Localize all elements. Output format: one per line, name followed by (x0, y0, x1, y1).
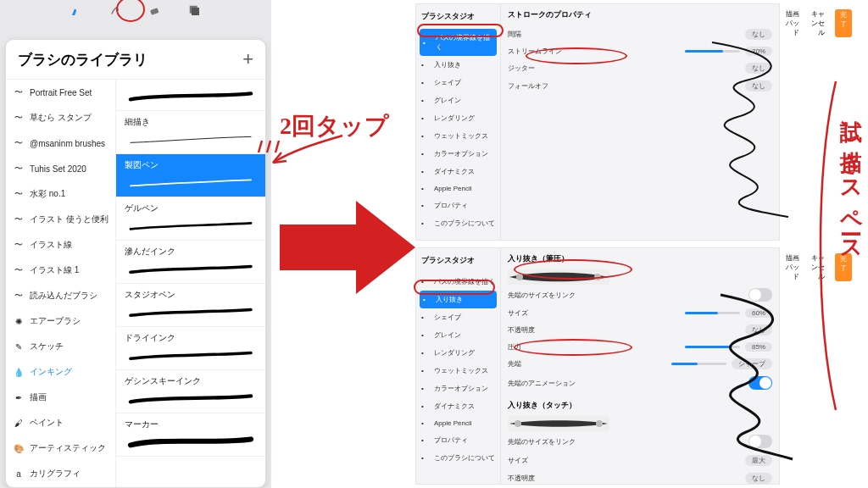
studio-nav-item[interactable]: •シェイプ (416, 74, 500, 92)
studio-nav-item[interactable]: •ダイナミクス (416, 163, 500, 180)
done-button[interactable]: 完了 (835, 9, 852, 37)
brush-item[interactable]: マーカー (116, 413, 265, 457)
eraser-tool-icon[interactable] (147, 3, 163, 21)
property-label: 先端のサイズをリンク (508, 437, 576, 446)
brush-item[interactable]: 製図ペン (116, 154, 265, 197)
studio-nav-item[interactable]: •Apple Pencil (416, 415, 500, 431)
brush-item[interactable] (116, 80, 265, 111)
library-title: ブラシのライブラリ (18, 50, 147, 69)
svg-rect-2 (192, 8, 199, 15)
category-list[interactable]: 〜Portrait Free Set〜草むら スタンプ〜@msaninm bru… (6, 80, 116, 487)
palette-icon: 🎨 (13, 444, 25, 453)
category-item[interactable]: ✎スケッチ (6, 334, 115, 359)
property-row: 不透明度なし (508, 469, 772, 487)
studio-nav-item[interactable]: •プロパティ (416, 197, 500, 214)
category-item[interactable]: 〜イラスト線 1 (6, 258, 115, 283)
nav-label: カラーオプション (434, 384, 488, 393)
nav-label: カラーオプション (434, 149, 488, 158)
test-stroke-top (695, 34, 814, 220)
property-label: サイズ (508, 456, 528, 465)
category-label: イラスト 使うと便利 (30, 214, 108, 225)
category-item[interactable]: aカリグラフィ (6, 461, 115, 486)
brush-item[interactable]: 細描き (116, 111, 265, 154)
category-item[interactable]: 〜Tuhis Set 2020 (6, 156, 115, 181)
about-icon: • (421, 454, 430, 462)
layers-icon[interactable] (186, 3, 202, 21)
brush-item[interactable]: 滲んだインク (116, 241, 265, 284)
studio-nav-item[interactable]: •カラーオプション (416, 380, 500, 397)
color-icon: • (421, 150, 430, 158)
studio-nav-item[interactable]: •グレイン (416, 92, 500, 109)
category-label: スケッチ (30, 341, 64, 352)
property-label: 先端のサイズをリンク (508, 291, 576, 300)
category-item[interactable]: 〜読み込んだブラシ (6, 283, 115, 308)
nav-label: ウェットミックス (434, 131, 488, 141)
grain-icon: • (421, 97, 430, 104)
category-item[interactable]: 🖌ペイント (6, 410, 115, 435)
brush-item[interactable]: ゲシンスキーインク (116, 370, 265, 413)
property-label: 不透明度 (508, 474, 535, 483)
category-item[interactable]: 〜Portrait Free Set (6, 80, 115, 105)
category-item[interactable]: 〜@msaninm brushes (6, 130, 115, 156)
property-label: 先端 (508, 359, 521, 369)
category-item[interactable]: 🎨アーティスティック (6, 435, 115, 461)
about-icon: • (421, 219, 430, 227)
studio-nav-item[interactable]: •ダイナミクス (416, 397, 500, 415)
category-item[interactable]: 〜草むら スタンプ (6, 105, 115, 130)
studio-nav-item[interactable]: •カラーオプション (416, 145, 500, 163)
category-item[interactable]: ▦テクスチャ (6, 486, 115, 487)
pencil-icon: • (421, 185, 430, 192)
brush-item[interactable]: スタジオペン (116, 284, 265, 327)
svg-point-5 (515, 420, 521, 427)
category-label: 描画 (30, 391, 47, 403)
studio-nav-item[interactable]: •このブラシについて (416, 449, 500, 467)
nav-label: このブラシについて (434, 219, 495, 228)
property-label: サイズ (508, 308, 528, 318)
annotation-tap-marks (257, 139, 281, 163)
brush-name: 製図ペン (125, 159, 257, 171)
brush-item[interactable]: ドライインク (116, 327, 265, 370)
category-label: イラスト線 (30, 239, 72, 251)
category-item[interactable]: 〜イラスト線 (6, 232, 115, 258)
category-label: 水彩 no.1 (30, 188, 65, 200)
studio-nav-item[interactable]: •レンダリング (416, 109, 500, 127)
studio-nav-item[interactable]: •Apple Pencil (416, 180, 500, 197)
pencil-icon: ✎ (13, 342, 25, 352)
property-label: 間隔 (508, 30, 521, 39)
path-icon: • (423, 39, 431, 47)
category-item[interactable]: 〜水彩 no.1 (6, 181, 115, 207)
studio-nav-item[interactable]: •レンダリング (416, 344, 500, 362)
nav-label: プロパティ (434, 201, 468, 210)
studio-nav-item[interactable]: •プロパティ (416, 431, 500, 449)
taper-icon: • (423, 296, 431, 303)
wave-icon: 〜 (13, 239, 25, 251)
category-label: 読み込んだブラシ (30, 290, 97, 302)
drawing-pad-label: 描画パッド (784, 253, 799, 281)
shape-icon: • (421, 313, 430, 321)
category-item[interactable]: 💧インキング (6, 359, 115, 385)
category-item[interactable]: ✺エアーブラシ (6, 308, 115, 334)
studio-nav-item[interactable]: •シェイプ (416, 308, 500, 326)
wave-icon: 〜 (13, 264, 25, 276)
add-brush-button[interactable]: + (242, 48, 253, 70)
category-item[interactable]: ✒描画 (6, 385, 115, 410)
studio-nav-item[interactable]: •グレイン (416, 326, 500, 344)
studio-nav[interactable]: ブラシスタジオ•パスの境界線を描く•入り抜き•シェイプ•グレイン•レンダリング•… (416, 4, 501, 240)
nav-label: Apple Pencil (434, 185, 471, 192)
studio-nav-item[interactable]: •このブラシについて (416, 214, 500, 232)
render-icon: • (421, 349, 430, 357)
brush-list[interactable]: 細描き 製図ペン ゲルペン 滲んだインク スタジオペン ドライインク ゲシンスキ… (116, 80, 265, 487)
annotation-circle-streamline (526, 47, 627, 64)
brush-tool-icon[interactable] (70, 3, 85, 21)
studio-nav-item[interactable]: •ウェットミックス (416, 127, 500, 145)
category-label: 草むら スタンプ (30, 112, 92, 124)
category-label: アーティスティック (30, 442, 106, 454)
shape-icon: • (421, 79, 430, 86)
studio-nav-item[interactable]: •入り抜き (416, 56, 500, 74)
brush-item[interactable]: ゲルペン (116, 197, 265, 241)
annotation-bracket (810, 76, 844, 415)
category-item[interactable]: 〜イラスト 使うと便利 (6, 207, 115, 232)
brush-name: 細描き (125, 116, 257, 128)
studio-nav-item[interactable]: •ウェットミックス (416, 362, 500, 380)
taper-curve-touch[interactable] (508, 416, 609, 431)
